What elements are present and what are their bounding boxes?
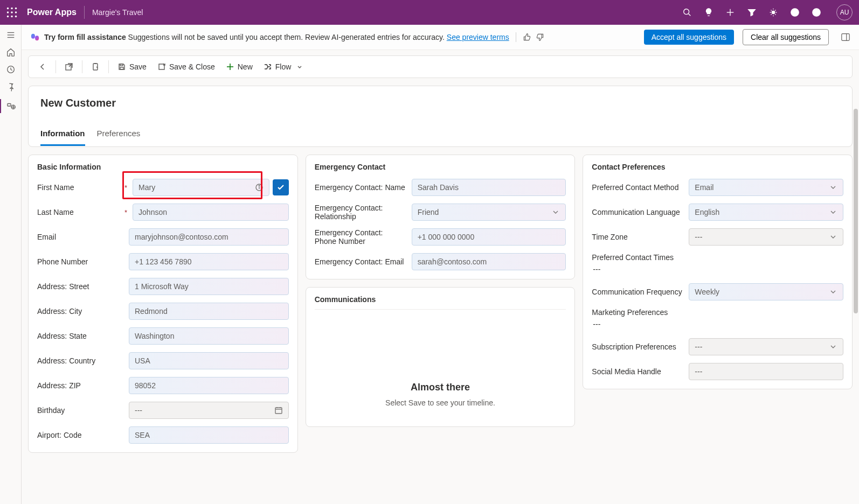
header-actions: AU bbox=[682, 4, 853, 20]
svg-point-4 bbox=[11, 11, 13, 13]
svg-point-16 bbox=[794, 14, 795, 15]
avatar[interactable]: AU bbox=[836, 4, 853, 20]
svg-point-3 bbox=[7, 11, 9, 13]
global-header: Power Apps Margie's Travel AU bbox=[0, 0, 859, 25]
plus-icon[interactable] bbox=[725, 8, 735, 17]
gear-icon[interactable] bbox=[768, 8, 778, 17]
svg-point-5 bbox=[15, 11, 17, 13]
svg-point-14 bbox=[772, 11, 774, 13]
environment-name[interactable]: Margie's Travel bbox=[92, 8, 143, 17]
svg-point-7 bbox=[11, 16, 13, 18]
svg-point-9 bbox=[684, 9, 689, 15]
waffle-icon[interactable] bbox=[6, 7, 17, 18]
search-icon[interactable] bbox=[682, 8, 692, 17]
svg-point-8 bbox=[15, 16, 17, 18]
svg-point-0 bbox=[7, 8, 9, 10]
app-launcher-icon[interactable] bbox=[812, 8, 821, 17]
app-name: Power Apps bbox=[27, 8, 77, 17]
header-separator bbox=[84, 6, 85, 19]
filter-icon[interactable] bbox=[747, 8, 757, 17]
svg-point-6 bbox=[7, 16, 9, 18]
svg-line-10 bbox=[689, 14, 691, 16]
svg-point-2 bbox=[15, 8, 17, 10]
svg-point-1 bbox=[11, 8, 13, 10]
lightbulb-icon[interactable] bbox=[704, 8, 713, 17]
help-icon[interactable] bbox=[790, 8, 800, 17]
avatar-initials: AU bbox=[840, 9, 849, 16]
